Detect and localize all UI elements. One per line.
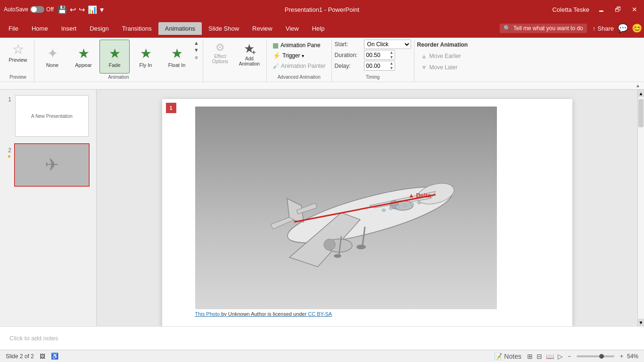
anim-scroll-more-button[interactable]: ≡ [194, 54, 199, 61]
undo-icon[interactable]: ↩ [70, 5, 76, 14]
menu-review[interactable]: Review [246, 22, 279, 35]
title-bar-right: Coletta Teske 🗕 🗗 ✕ [552, 5, 640, 14]
ribbon-footer: ▲ [0, 82, 644, 89]
slide-canvas[interactable]: 1 [162, 99, 572, 326]
svg-point-22 [417, 201, 421, 204]
preview-icon: ☆ [12, 41, 24, 57]
search-icon: 🔍 [504, 25, 511, 32]
ribbon-collapse-button[interactable]: ▲ [636, 83, 640, 88]
menu-view[interactable]: View [279, 22, 305, 35]
animation-scroll: ▲ ▼ ≡ [193, 40, 200, 61]
zoom-plus-icon[interactable]: + [620, 353, 623, 360]
menu-help[interactable]: Help [305, 22, 331, 35]
move-later-button[interactable]: ▼ Move Later [417, 62, 468, 73]
anim-floatin-button[interactable]: ★ Float In [162, 40, 192, 74]
scroll-bottom-button[interactable]: ▼ [638, 319, 644, 326]
close-button[interactable]: ✕ [629, 5, 640, 14]
content-area[interactable]: 1 [97, 90, 637, 326]
zoom-slider[interactable] [577, 355, 614, 357]
slide-num-1: 1 [4, 96, 11, 103]
scroll-top-button[interactable]: ▲ [638, 90, 644, 97]
appear-star-icon: ★ [78, 46, 90, 61]
notes-button[interactable]: 📝 Notes [493, 352, 522, 361]
slide-1-thumb: A New Presentation [15, 95, 89, 137]
menu-home[interactable]: Home [25, 22, 55, 35]
save-icon[interactable]: 💾 [58, 5, 67, 14]
slide-1-wrapper: A New Presentation [14, 94, 90, 138]
anim-scroll-up-button[interactable]: ▲ [194, 40, 199, 47]
menu-insert[interactable]: Insert [55, 22, 83, 35]
anim-fade-button[interactable]: ★ Fade [99, 40, 130, 74]
preview-button[interactable]: ☆ Preview [5, 40, 31, 65]
anim-flyin-button[interactable]: ★ Fly In [131, 40, 161, 74]
slide-thumb-1[interactable]: 1 A New Presentation [3, 93, 93, 139]
delay-spin-buttons: ▲ ▼ [389, 61, 395, 70]
add-animation-button[interactable]: ★ + AddAnimation [235, 40, 264, 68]
menu-file[interactable]: File [2, 22, 25, 35]
slide-2-plane: ✈ [16, 145, 88, 185]
caption-text: by Unknown Author is licensed under [221, 311, 308, 317]
menu-animations[interactable]: Animations [158, 22, 202, 35]
share-icon: ↑ [593, 25, 596, 32]
redo-icon[interactable]: ↪ [79, 5, 85, 14]
duration-spinner: 00.50 ▲ ▼ [364, 50, 395, 60]
present-icon[interactable]: 📊 [88, 5, 97, 14]
animation-pane-button[interactable]: ▦ Animation Pane [270, 41, 329, 50]
floatin-star-icon: ★ [171, 46, 183, 61]
reading-view-button[interactable]: 📖 [545, 352, 555, 361]
svg-point-14 [356, 245, 366, 249]
anim-appear-label: Appear [75, 62, 91, 68]
anim-appear-button[interactable]: ★ Appear [68, 40, 99, 74]
image-caption[interactable]: This Photo by Unknown Author is licensed… [195, 309, 565, 317]
comment-icon[interactable]: 💬 [618, 23, 628, 33]
delay-input[interactable]: 00.00 [364, 62, 389, 70]
timing-group-label: Timing [335, 74, 411, 80]
menu-slideshow[interactable]: Slide Show [202, 22, 246, 35]
restore-button[interactable]: 🗗 [612, 5, 624, 14]
menu-transitions[interactable]: Transitions [116, 22, 158, 35]
animation-painter-button[interactable]: 🖌 Animation Painter [270, 61, 329, 71]
start-select[interactable]: On Click With Previous After Previous [364, 40, 411, 49]
slide-info: Slide 2 of 2 [6, 353, 34, 360]
normal-view-button[interactable]: ⊞ [526, 352, 534, 361]
scroll-thumb[interactable] [638, 99, 644, 127]
slide-2-anim-star-icon: ★ [7, 154, 11, 159]
duration-decrement-button[interactable]: ▼ [389, 55, 395, 60]
slide-thumb-2[interactable]: 2 ★ ✈ [3, 142, 93, 188]
ribbon-group-advanced: ▦ Animation Pane ⚡ Trigger ▾ 🖌 Animation… [267, 40, 332, 82]
zoom-minus-icon[interactable]: − [568, 353, 571, 360]
user-avatar-icon[interactable]: 😊 [632, 23, 642, 33]
main-area: 1 A New Presentation 2 ★ ✈ [0, 90, 644, 326]
plane-image[interactable]: ▲ Delta [195, 107, 497, 309]
slideshow-button[interactable]: ▷ [557, 352, 564, 361]
minimize-button[interactable]: 🗕 [595, 5, 607, 14]
delay-decrement-button[interactable]: ▼ [389, 66, 395, 71]
anim-none-button[interactable]: ✦ None [37, 40, 67, 74]
menu-design[interactable]: Design [83, 22, 115, 35]
anim-fade-label: Fade [108, 62, 120, 68]
move-earlier-button[interactable]: ▲ Move Earlier [417, 51, 468, 61]
autosave-toggle[interactable] [30, 6, 44, 13]
trigger-button[interactable]: ⚡ Trigger ▾ [270, 51, 329, 60]
notes-area[interactable]: Click to add notes [0, 326, 644, 350]
slide-sorter-button[interactable]: ⊟ [536, 352, 543, 361]
customize-icon[interactable]: ▾ [100, 5, 104, 14]
effect-options-button[interactable]: ⚙ EffectOptions [206, 40, 234, 66]
move-earlier-icon: ▲ [421, 52, 428, 60]
zoom-thumb [599, 354, 604, 359]
duration-input[interactable]: 00.50 [364, 51, 389, 59]
right-scrollbar[interactable]: ▲ ▼ [637, 90, 644, 326]
search-box[interactable]: 🔍 Tell me what you want to do [500, 24, 587, 33]
status-bar: Slide 2 of 2 🖼 ♿ 📝 Notes ⊞ ⊟ 📖 ▷ − + 54% [0, 350, 644, 362]
delay-increment-button[interactable]: ▲ [389, 61, 395, 66]
duration-increment-button[interactable]: ▲ [389, 50, 395, 55]
caption-link[interactable]: This Photo [195, 311, 220, 317]
preview-label: Preview [8, 57, 27, 63]
share-button[interactable]: ↑ Share [593, 25, 614, 32]
slide-image-container: ▲ Delta This Photo by Unknown Author is … [162, 99, 572, 321]
caption-license[interactable]: CC BY-SA [308, 311, 332, 317]
autosave[interactable]: AutoSave Off [4, 6, 54, 13]
advanced-animation-buttons: ▦ Animation Pane ⚡ Trigger ▾ 🖌 Animation… [270, 40, 329, 72]
anim-scroll-down-button[interactable]: ▼ [194, 47, 199, 54]
duration-label: Duration: [335, 52, 362, 58]
